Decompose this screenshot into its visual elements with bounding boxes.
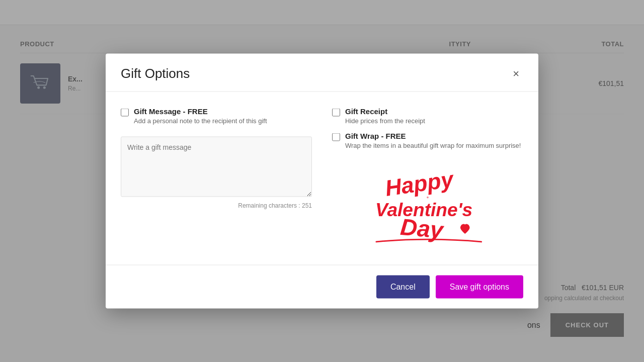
save-gift-options-button[interactable]: Save gift options <box>436 276 523 299</box>
gift-message-checkbox[interactable] <box>121 109 129 117</box>
gift-wrap-label: Gift Wrap - FREE <box>345 132 521 140</box>
modal-close-button[interactable]: × <box>509 66 523 81</box>
gift-message-textarea[interactable] <box>121 137 312 197</box>
modal-left-column: Gift Message - FREE Add a personal note … <box>121 107 312 250</box>
gift-receipt-label: Gift Receipt <box>345 107 425 116</box>
gift-message-label-group: Gift Message - FREE Add a personal note … <box>134 107 267 125</box>
modal-footer: Cancel Save gift options <box>106 265 538 309</box>
gift-wrap-desc: Wrap the items in a beautiful gift wrap … <box>345 142 521 149</box>
gift-receipt-checkbox[interactable] <box>332 109 340 117</box>
gift-message-label: Gift Message - FREE <box>134 107 267 116</box>
modal-title: Gift Options <box>121 66 190 81</box>
gift-message-option-row: Gift Message - FREE Add a personal note … <box>121 107 312 125</box>
char-remaining: Remaining characters : 251 <box>121 202 312 209</box>
modal-right-column: Gift Receipt Hide prices from the receip… <box>332 107 523 250</box>
gift-wrap-checkbox[interactable] <box>332 133 340 141</box>
gift-wrap-option-row: Gift Wrap - FREE Wrap the items in a bea… <box>332 132 523 149</box>
cancel-button[interactable]: Cancel <box>376 276 430 299</box>
valentine-image: Happy Valentine's Day <box>332 159 523 250</box>
gift-wrap-label-group: Gift Wrap - FREE Wrap the items in a bea… <box>345 132 521 149</box>
gift-message-desc: Add a personal note to the recipient of … <box>134 117 267 125</box>
gift-receipt-desc: Hide prices from the receipt <box>345 117 425 125</box>
gift-receipt-label-group: Gift Receipt Hide prices from the receip… <box>345 107 425 125</box>
svg-text:Happy: Happy <box>383 166 456 201</box>
svg-point-5 <box>427 197 429 199</box>
gift-receipt-option-row: Gift Receipt Hide prices from the receip… <box>332 107 523 125</box>
gift-options-modal: Gift Options × Gift Message - FREE Add a… <box>106 54 538 309</box>
modal-header: Gift Options × <box>106 54 538 92</box>
modal-body: Gift Message - FREE Add a personal note … <box>106 92 538 265</box>
